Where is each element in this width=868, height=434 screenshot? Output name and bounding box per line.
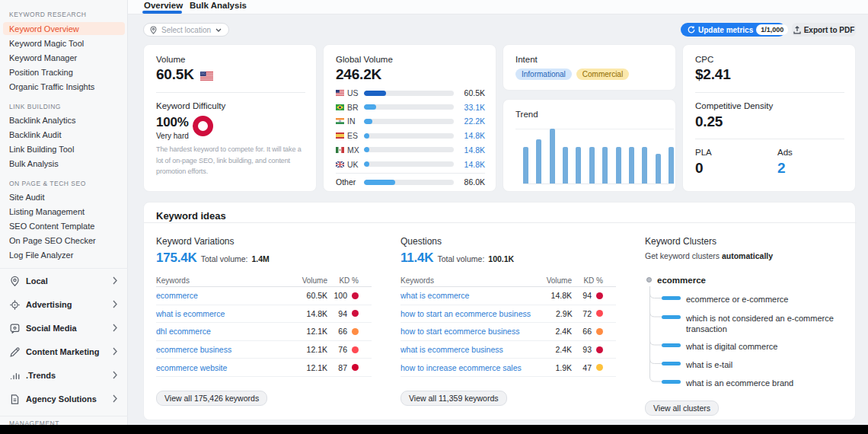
sidebar-item-bulk-analysis[interactable]: Bulk Analysis: [9, 159, 59, 168]
sidebar-item-keyword-overview[interactable]: Keyword Overview: [9, 24, 79, 34]
sidebar-item-backlink-analytics[interactable]: Backlink Analytics: [9, 116, 75, 125]
other-volume-row: Other 86.0K: [336, 177, 485, 187]
view-all-questions-button[interactable]: View all 11,359 keywords: [400, 391, 507, 406]
chevron-down-icon: [215, 28, 222, 32]
update-quota-badge: 1/1,000: [756, 24, 788, 35]
select-location-dropdown[interactable]: Select location: [143, 23, 229, 37]
ads-value: 2: [777, 160, 785, 177]
sidebar-item-log-file-analyzer[interactable]: Log File Analyzer: [9, 251, 73, 260]
card-divider: [156, 92, 305, 93]
kd-dot: [596, 346, 603, 353]
volume-bar: [364, 147, 454, 152]
cluster-item[interactable]: which is not considered an e-commerce tr…: [686, 313, 843, 334]
keyword-link[interactable]: what is ecommerce business: [400, 345, 529, 354]
card-divider: [336, 173, 485, 174]
sidebar-item-keyword-manager[interactable]: Keyword Manager: [9, 53, 77, 62]
chat-square-icon: [9, 323, 21, 334]
export-to-pdf-button[interactable]: Export to PDF: [792, 23, 856, 37]
intent-badge-informational[interactable]: Informational: [515, 69, 572, 80]
sidebar-item-site-audit[interactable]: Site Audit: [9, 193, 44, 202]
keyword-link[interactable]: ecommerce business: [156, 345, 285, 354]
sidebar-item-keyword-magic-tool[interactable]: Keyword Magic Tool: [9, 39, 84, 48]
pla-value: 0: [695, 160, 703, 177]
es-flag-icon: [336, 132, 344, 139]
cpc-label: CPC: [695, 55, 713, 64]
keyword-link[interactable]: how to start ecommerce business: [400, 327, 529, 336]
refresh-icon: [688, 26, 695, 34]
sidebar-section-label: LINK BUILDING: [9, 103, 61, 110]
volume-bar: [364, 180, 454, 185]
cluster-bar: [662, 296, 681, 300]
sidebar-item-agency-solutions[interactable]: Agency Solutions: [0, 388, 128, 410]
trend-card: Trend: [503, 99, 676, 192]
us-flag-icon: [200, 70, 213, 84]
sidebar-item-position-tracking[interactable]: Position Tracking: [9, 68, 73, 77]
kd-dot: [596, 292, 603, 299]
sidebar-item-seo-content-template[interactable]: SEO Content Template: [9, 222, 94, 231]
sidebar-item-link-building-tool[interactable]: Link Building Tool: [9, 145, 74, 154]
view-all-variations-button[interactable]: View all 175,426 keywords: [156, 391, 267, 406]
cluster-item[interactable]: what is digital commerce: [686, 341, 842, 352]
top-tab-bar: Overview Bulk Analysis: [128, 0, 868, 14]
tab-overview[interactable]: Overview: [144, 0, 183, 11]
sidebar-item-trends[interactable]: .Trends: [0, 364, 128, 387]
intent-badge-commercial[interactable]: Commercial: [576, 69, 629, 80]
sidebar-item-local[interactable]: Local: [0, 270, 128, 292]
table-header: Keywords Volume KD %: [400, 275, 616, 287]
sidebar-item-on-page-seo-checker[interactable]: On Page SEO Checker: [9, 236, 96, 245]
mx-flag-icon: [336, 147, 344, 153]
country-volume-row: US 60.5K: [336, 88, 485, 97]
variations-total-label: Total volume:: [201, 254, 248, 263]
volume-difficulty-card: Volume 60.5K Keyword Difficulty 100% Ver…: [143, 44, 317, 192]
keyword-link[interactable]: how to start an ecommerce business: [400, 309, 531, 318]
cluster-item[interactable]: ecommerce or e-commerce: [686, 294, 842, 305]
kd-dot: [596, 364, 603, 371]
cluster-bar: [662, 343, 681, 347]
keyword-link[interactable]: how to increase ecommerce sales: [400, 363, 529, 372]
country-volume-row: ES 14.8K: [336, 131, 485, 140]
sidebar-item-organic-traffic-insights[interactable]: Organic Traffic Insights: [9, 82, 94, 91]
ads-label: Ads: [777, 148, 793, 157]
kd-dot: [596, 328, 603, 335]
in-flag-icon: [336, 118, 344, 124]
keyword-link[interactable]: dhl ecommerce: [156, 327, 285, 336]
sidebar-item-advertising[interactable]: Advertising: [0, 293, 128, 316]
cluster-bar: [662, 362, 681, 365]
cluster-item[interactable]: what is an ecommerce brand: [686, 378, 842, 388]
kd-dot: [352, 310, 359, 317]
sidebar-item-content-marketing[interactable]: Content Marketing: [0, 340, 128, 363]
cluster-item[interactable]: what is e-tail: [686, 359, 842, 370]
keyword-link[interactable]: ecommerce: [156, 291, 285, 300]
kd-dot: [352, 346, 359, 353]
competitive-density-value: 0.25: [695, 113, 723, 130]
sidebar-item-social-media[interactable]: Social Media: [0, 317, 128, 340]
update-metrics-button[interactable]: Update metrics 1/1,000: [681, 23, 786, 37]
country-volume-row: BR 33.1K: [336, 103, 485, 112]
table-row: ecommerce business 12.1K 76: [156, 341, 372, 359]
chevron-right-icon: [113, 324, 117, 332]
keyword-difficulty-value: 100%: [156, 115, 189, 130]
table-row: what is ecommerce 14.8K 94: [400, 287, 616, 305]
sidebar-item-backlink-audit[interactable]: Backlink Audit: [9, 130, 61, 139]
questions-total-label: Total volume:: [437, 254, 484, 263]
keyword-link[interactable]: what is ecommerce: [400, 291, 529, 300]
sidebar-divider: [0, 268, 128, 269]
global-volume-card: Global Volume 246.2K US 60.5K BR 33.1K I…: [323, 44, 496, 192]
tab-bulk-analysis[interactable]: Bulk Analysis: [190, 0, 247, 11]
table-row: what is ecommerce 14.8K 94: [156, 305, 372, 324]
keyword-link[interactable]: what is ecommerce: [156, 309, 285, 318]
keyword-difficulty-label: Keyword Difficulty: [156, 101, 225, 110]
trend-bar-chart: [523, 129, 674, 184]
keyword-ideas-card: Keyword ideas Keyword Variations 175.4K …: [143, 202, 856, 420]
chevron-right-icon: [113, 371, 117, 379]
variations-table: Keywords Volume KD % ecommerce 60.5K 100…: [156, 275, 372, 377]
volume-bar: [364, 104, 454, 110]
cluster-bar: [662, 315, 681, 319]
view-all-clusters-button[interactable]: View all clusters: [645, 400, 719, 416]
keyword-link[interactable]: ecommerce website: [156, 363, 285, 372]
sidebar-item-listing-management[interactable]: Listing Management: [9, 207, 85, 216]
variations-total-value: 1.4M: [252, 254, 270, 263]
questions-column: Questions 11.4K Total volume: 100.1K Key…: [400, 222, 616, 421]
volume-value: 60.5K: [156, 66, 194, 83]
questions-title: Questions: [400, 236, 442, 247]
